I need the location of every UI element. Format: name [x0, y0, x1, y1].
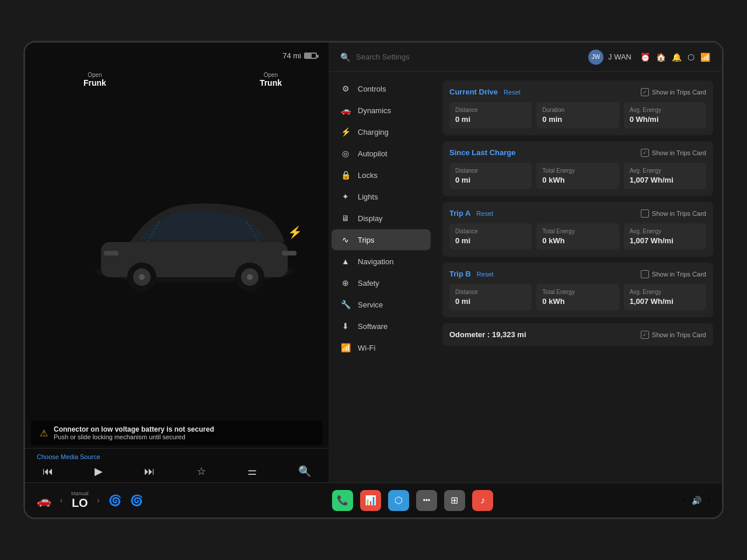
search-icon: 🔍: [340, 52, 350, 62]
trip-a-energy-value: 0 kWh: [542, 236, 613, 245]
slc-avg-energy-value: 1,007 Wh/mi: [630, 176, 700, 184]
bluetooth-button[interactable]: ⬡: [388, 490, 409, 511]
current-drive-duration-label: Duration: [542, 107, 613, 113]
current-drive-section: Current Drive Reset Show in Trips Card: [442, 80, 713, 135]
fan-icon[interactable]: 🌀: [109, 494, 121, 507]
display-label: Display: [358, 214, 383, 223]
trip-a-avg-energy-value: 1,007 Wh/mi: [630, 236, 700, 245]
sidebar-item-charging[interactable]: ⚡ Charging: [331, 121, 431, 142]
search-media-button[interactable]: 🔍: [298, 465, 311, 478]
software-label: Software: [358, 322, 388, 331]
signal-icon: 📶: [700, 52, 710, 62]
next-button[interactable]: ⏭: [144, 466, 155, 478]
sidebar-item-trips[interactable]: ∿ Trips: [331, 229, 431, 250]
warning-sub: Push or slide locking mechanism until se…: [54, 433, 214, 440]
odometer-checkbox[interactable]: [641, 331, 649, 339]
prev-button[interactable]: ⏮: [43, 466, 53, 478]
volume-icon[interactable]: 🔊: [692, 496, 701, 505]
slc-distance: Distance 0 mi: [449, 163, 532, 189]
since-last-charge-show-label: Show in Trips Card: [652, 149, 706, 156]
left-panel: 74 mi Open Frunk Open Trunk: [25, 43, 329, 482]
play-button[interactable]: ▶: [95, 465, 103, 478]
grid-button[interactable]: ⊞: [444, 490, 465, 511]
alarm-icon[interactable]: ⏰: [640, 52, 650, 62]
current-drive-title: Current Drive: [449, 88, 498, 96]
temp-increase-button[interactable]: ›: [97, 496, 100, 505]
car-view: Open Frunk Open Trunk: [25, 43, 329, 418]
since-last-charge-title-group: Since Last Charge: [449, 148, 515, 157]
current-drive-energy-value: 0 Wh/mi: [630, 115, 700, 124]
trip-a-distance: Distance 0 mi: [449, 223, 532, 250]
current-drive-checkbox[interactable]: [641, 88, 649, 96]
trip-b-energy-value: 0 kWh: [542, 297, 613, 306]
warning-text: Connector on low voltage battery is not …: [54, 425, 214, 440]
search-input[interactable]: Search Settings: [356, 52, 410, 61]
autopilot-label: Autopilot: [358, 149, 388, 158]
slc-distance-label: Distance: [455, 167, 526, 174]
trip-a-avg-energy: Avg. Energy 1,007 Wh/mi: [624, 223, 706, 250]
sidebar-item-autopilot[interactable]: ◎ Autopilot: [331, 143, 431, 164]
trip-b-distance-value: 0 mi: [455, 297, 526, 306]
slc-energy: Total Energy 0 kWh: [536, 163, 619, 189]
trip-b-reset[interactable]: Reset: [477, 271, 494, 278]
phone-button[interactable]: 📞: [332, 490, 353, 511]
settings-header-right: JW J WAN ⏰ 🏠 🔔 ⬡ 📶: [588, 50, 710, 65]
temp-decrease-button[interactable]: ‹: [60, 496, 62, 505]
media-source-label[interactable]: Choose Media Source: [37, 453, 317, 460]
controls-label: Controls: [358, 85, 386, 93]
trip-b-header: Trip B Reset Show in Trips Card: [449, 270, 706, 278]
bluetooth-icon[interactable]: ⬡: [687, 52, 694, 62]
sidebar-item-wifi[interactable]: 📶 Wi-Fi: [331, 337, 431, 358]
sidebar-item-lights[interactable]: ✦ Lights: [331, 186, 431, 207]
trip-b-checkbox[interactable]: [641, 270, 649, 278]
dynamics-icon: 🚗: [340, 106, 351, 115]
username-display: J WAN: [608, 52, 631, 61]
trip-a-checkbox[interactable]: [641, 209, 649, 218]
trip-b-show-label: Show in Trips Card: [652, 271, 706, 278]
sidebar-item-software[interactable]: ⬇ Software: [331, 316, 431, 337]
since-last-charge-section: Since Last Charge Show in Trips Card Dis…: [442, 141, 713, 196]
current-drive-distance-label: Distance: [455, 107, 526, 113]
trunk-open-text: Open: [260, 72, 282, 78]
current-drive-reset[interactable]: Reset: [504, 89, 521, 96]
sidebar-item-navigation[interactable]: ▲ Navigation: [331, 251, 431, 272]
current-drive-stats: Distance 0 mi Duration 0 min Avg. Energy…: [449, 102, 706, 128]
trip-a-reset[interactable]: Reset: [476, 210, 493, 217]
music-button[interactable]: ♪: [472, 490, 493, 511]
odometer-show-trips: Show in Trips Card: [641, 331, 706, 339]
slc-avg-energy-label: Avg. Energy: [630, 167, 700, 174]
sidebar-item-dynamics[interactable]: 🚗 Dynamics: [331, 100, 431, 121]
auto-fan-icon[interactable]: 🌀: [130, 494, 143, 507]
current-drive-show-label: Show in Trips Card: [652, 89, 706, 96]
favorite-button[interactable]: ☆: [197, 465, 206, 478]
home-icon[interactable]: 🏠: [656, 52, 666, 62]
equalizer-button[interactable]: ⚌: [247, 465, 257, 478]
svg-point-4: [139, 274, 145, 280]
service-icon: 🔧: [340, 300, 351, 309]
frunk-label: Open Frunk: [83, 72, 106, 88]
sidebar-item-controls[interactable]: ⚙ Controls: [331, 78, 431, 99]
settings-body: ⚙ Controls 🚗 Dynamics ⚡ Charging ◎: [329, 72, 722, 482]
user-info: JW J WAN: [588, 50, 631, 65]
sidebar-item-safety[interactable]: ⊕ Safety: [331, 272, 431, 293]
locks-label: Locks: [358, 171, 378, 180]
bell-icon[interactable]: 🔔: [672, 52, 682, 62]
next-volume-icon: ›: [707, 495, 710, 506]
volume-control: 🔊: [692, 496, 701, 505]
since-last-charge-show-trips: Show in Trips Card: [641, 149, 706, 157]
since-last-charge-checkbox[interactable]: [641, 149, 649, 157]
sidebar-item-display[interactable]: 🖥 Display: [331, 208, 431, 229]
sidebar-item-service[interactable]: 🔧 Service: [331, 294, 431, 315]
trips-content: Current Drive Reset Show in Trips Card: [434, 72, 722, 482]
slc-distance-value: 0 mi: [455, 176, 526, 184]
settings-search-area: 🔍 Search Settings: [340, 52, 410, 62]
energy-bar-button[interactable]: 📊: [360, 490, 381, 511]
trip-a-avg-energy-label: Avg. Energy: [630, 228, 700, 235]
header-icons: ⏰ 🏠 🔔 ⬡ 📶: [640, 52, 710, 62]
autopilot-icon: ◎: [340, 149, 351, 158]
trip-a-show-label: Show in Trips Card: [652, 210, 706, 217]
car-icon-taskbar[interactable]: 🚗: [37, 494, 51, 508]
more-button[interactable]: •••: [416, 490, 437, 511]
sidebar-item-locks[interactable]: 🔒 Locks: [331, 164, 431, 186]
display-icon: 🖥: [340, 214, 351, 223]
